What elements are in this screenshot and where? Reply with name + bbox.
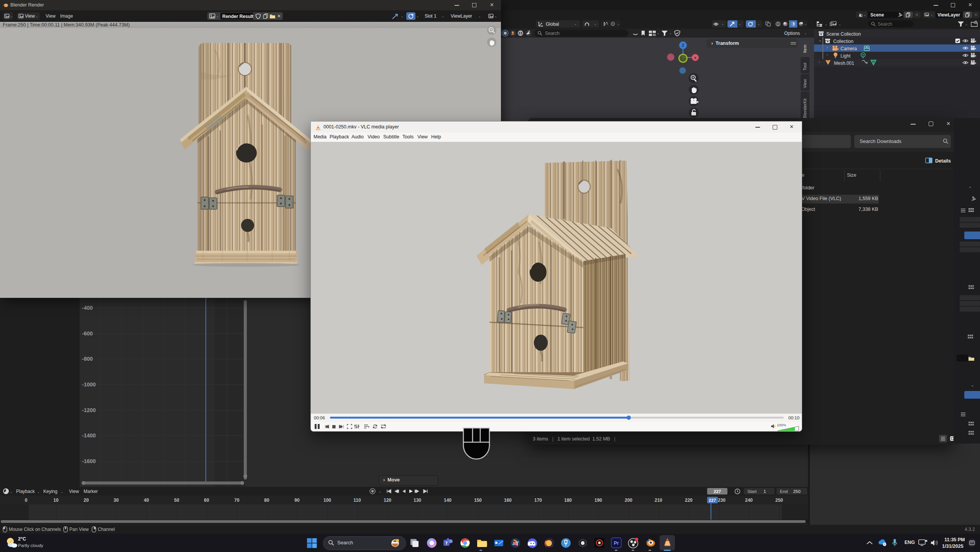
- svg-text:T: T: [445, 541, 448, 545]
- svg-text:⌄: ⌄: [379, 490, 381, 493]
- svg-text:Z: Z: [682, 43, 684, 48]
- svg-text:X: X: [694, 56, 696, 60]
- svg-text:Pr: Pr: [614, 540, 619, 546]
